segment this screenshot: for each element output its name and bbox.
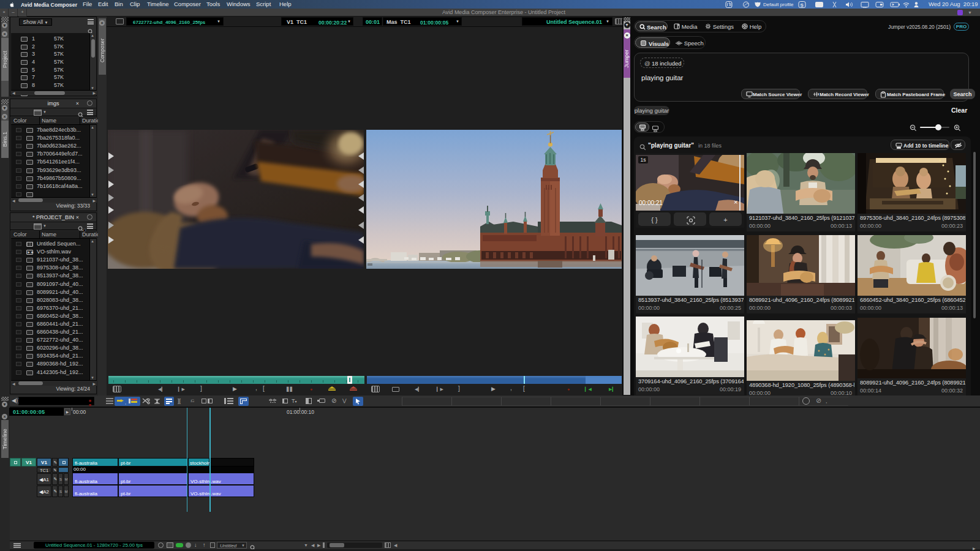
svg-text:S: S: [801, 2, 804, 8]
